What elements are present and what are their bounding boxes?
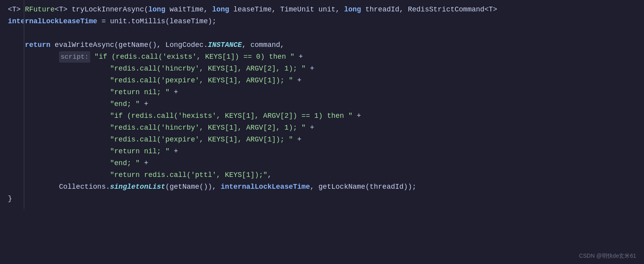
code-line-9: "end; " + xyxy=(0,99,644,110)
watermark: CSDN @明快de玄米61 xyxy=(579,251,636,260)
code-line-6: "redis.call('hincrby', KEYS[1], ARGV[2],… xyxy=(0,63,644,75)
code-line-15: "return redis.call('pttl', KEYS[1]);", xyxy=(0,169,644,181)
code-line-10: "if (redis.call('hexists', KEYS[1], ARGV… xyxy=(0,110,644,122)
code-container: <T> RFuture<T> tryLockInnerAsync(long wa… xyxy=(0,0,644,209)
code-line-13: "return nil; " + xyxy=(0,146,644,158)
code-line-5: script: "if (redis.call('exists', KEYS[1… xyxy=(0,51,644,63)
code-line-2: internalLockLeaseTime = unit.toMillis(le… xyxy=(0,16,644,28)
code-line-7: "redis.call('pexpire', KEYS[1], ARGV[1])… xyxy=(0,75,644,87)
code-line-14: "end; " + xyxy=(0,158,644,169)
code-line-12: "redis.call('pexpire', KEYS[1], ARGV[1])… xyxy=(0,134,644,146)
code-line-8: "return nil; " + xyxy=(0,87,644,99)
code-line-17: } xyxy=(0,193,644,205)
code-line-3 xyxy=(0,28,644,39)
code-line-4: return evalWriteAsync(getName(), LongCod… xyxy=(0,39,644,51)
code-line-1: <T> RFuture<T> tryLockInnerAsync(long wa… xyxy=(0,4,644,16)
code-line-11: "redis.call('hincrby', KEYS[1], ARGV[2],… xyxy=(0,122,644,134)
code-line-16: Collections.singletonList(getName()), in… xyxy=(0,181,644,193)
